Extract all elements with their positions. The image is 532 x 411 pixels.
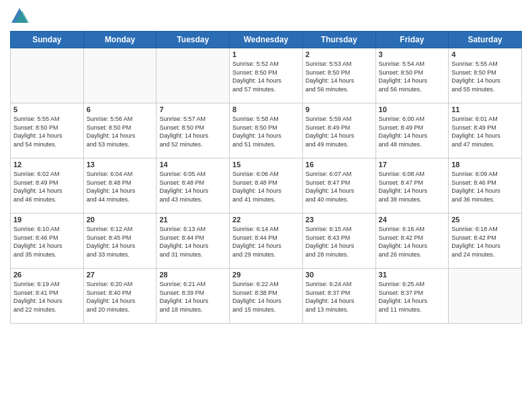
day-info: Sunrise: 6:21 AMSunset: 8:39 PMDaylight:… [159, 280, 226, 314]
day-number: 24 [379, 216, 446, 224]
day-info: Sunrise: 5:55 AMSunset: 8:50 PMDaylight:… [451, 60, 519, 93]
day-info: Sunrise: 6:04 AMSunset: 8:48 PMDaylight:… [87, 170, 154, 203]
week-row: 26Sunrise: 6:19 AMSunset: 8:41 PMDayligh… [11, 269, 522, 324]
day-info: Sunrise: 6:13 AMSunset: 8:44 PMDaylight:… [159, 225, 226, 259]
calendar-cell: 20Sunrise: 6:12 AMSunset: 8:45 PMDayligh… [83, 214, 157, 269]
calendar-cell: 26Sunrise: 6:19 AMSunset: 8:41 PMDayligh… [11, 269, 84, 324]
day-number: 6 [87, 105, 154, 113]
day-number: 23 [306, 216, 373, 224]
logo-icon [10, 7, 29, 26]
day-number: 10 [379, 105, 446, 113]
day-number: 17 [379, 161, 446, 169]
day-number: 30 [306, 271, 373, 279]
day-info: Sunrise: 6:24 AMSunset: 8:37 PMDaylight:… [306, 280, 373, 314]
day-info: Sunrise: 5:52 AMSunset: 8:50 PMDaylight:… [232, 60, 300, 93]
day-number: 11 [451, 105, 519, 113]
day-number: 13 [87, 161, 154, 169]
calendar-cell: 15Sunrise: 6:06 AMSunset: 8:48 PMDayligh… [230, 158, 303, 214]
day-info: Sunrise: 5:56 AMSunset: 8:50 PMDaylight:… [87, 115, 154, 148]
day-info: Sunrise: 6:14 AMSunset: 8:44 PMDaylight:… [232, 225, 300, 259]
calendar-cell: 16Sunrise: 6:07 AMSunset: 8:47 PMDayligh… [302, 158, 375, 214]
calendar-cell [11, 48, 84, 103]
calendar-cell [449, 269, 522, 324]
day-number: 3 [379, 50, 446, 58]
day-info: Sunrise: 6:07 AMSunset: 8:47 PMDaylight:… [306, 170, 373, 203]
day-info: Sunrise: 6:19 AMSunset: 8:41 PMDaylight:… [13, 280, 81, 314]
day-info: Sunrise: 6:00 AMSunset: 8:49 PMDaylight:… [379, 115, 446, 148]
day-info: Sunrise: 6:02 AMSunset: 8:49 PMDaylight:… [13, 170, 81, 203]
day-number: 18 [451, 161, 519, 169]
day-info: Sunrise: 6:18 AMSunset: 8:42 PMDaylight:… [451, 225, 519, 259]
day-info: Sunrise: 5:57 AMSunset: 8:50 PMDaylight:… [159, 115, 226, 148]
calendar-cell: 18Sunrise: 6:09 AMSunset: 8:46 PMDayligh… [449, 158, 522, 214]
day-number: 14 [159, 161, 226, 169]
calendar-cell: 28Sunrise: 6:21 AMSunset: 8:39 PMDayligh… [157, 269, 230, 324]
day-number: 15 [232, 161, 300, 169]
weekday-header: Wednesday [230, 32, 303, 48]
week-row: 5Sunrise: 5:55 AMSunset: 8:50 PMDaylight… [11, 103, 522, 158]
day-info: Sunrise: 6:08 AMSunset: 8:47 PMDaylight:… [379, 170, 446, 203]
calendar-cell [83, 48, 157, 103]
weekday-header: Saturday [449, 32, 522, 48]
day-number: 1 [232, 50, 300, 58]
calendar-cell: 5Sunrise: 5:55 AMSunset: 8:50 PMDaylight… [11, 103, 84, 158]
header [10, 7, 522, 26]
day-info: Sunrise: 5:54 AMSunset: 8:50 PMDaylight:… [379, 60, 446, 93]
day-info: Sunrise: 6:01 AMSunset: 8:49 PMDaylight:… [451, 115, 519, 148]
day-number: 20 [87, 216, 154, 224]
day-info: Sunrise: 6:25 AMSunset: 8:37 PMDaylight:… [379, 280, 446, 314]
day-info: Sunrise: 6:16 AMSunset: 8:42 PMDaylight:… [379, 225, 446, 259]
week-row: 1Sunrise: 5:52 AMSunset: 8:50 PMDaylight… [11, 48, 522, 103]
calendar-cell: 7Sunrise: 5:57 AMSunset: 8:50 PMDaylight… [157, 103, 230, 158]
day-info: Sunrise: 6:09 AMSunset: 8:46 PMDaylight:… [451, 170, 519, 203]
weekday-header: Thursday [302, 32, 375, 48]
week-row: 19Sunrise: 6:10 AMSunset: 8:46 PMDayligh… [11, 214, 522, 269]
calendar: SundayMondayTuesdayWednesdayThursdayFrid… [10, 31, 522, 324]
calendar-cell: 9Sunrise: 5:59 AMSunset: 8:49 PMDaylight… [302, 103, 375, 158]
day-info: Sunrise: 6:22 AMSunset: 8:38 PMDaylight:… [232, 280, 300, 314]
day-number: 16 [306, 161, 373, 169]
day-number: 19 [13, 216, 81, 224]
day-number: 2 [306, 50, 373, 58]
page: SundayMondayTuesdayWednesdayThursdayFrid… [0, 0, 532, 411]
day-info: Sunrise: 6:05 AMSunset: 8:48 PMDaylight:… [159, 170, 226, 203]
calendar-cell: 14Sunrise: 6:05 AMSunset: 8:48 PMDayligh… [157, 158, 230, 214]
day-info: Sunrise: 6:06 AMSunset: 8:48 PMDaylight:… [232, 170, 300, 203]
day-number: 27 [87, 271, 154, 279]
calendar-cell: 17Sunrise: 6:08 AMSunset: 8:47 PMDayligh… [375, 158, 449, 214]
calendar-cell: 11Sunrise: 6:01 AMSunset: 8:49 PMDayligh… [449, 103, 522, 158]
calendar-cell: 4Sunrise: 5:55 AMSunset: 8:50 PMDaylight… [449, 48, 522, 103]
day-number: 22 [232, 216, 300, 224]
day-info: Sunrise: 6:15 AMSunset: 8:43 PMDaylight:… [306, 225, 373, 259]
calendar-cell: 13Sunrise: 6:04 AMSunset: 8:48 PMDayligh… [83, 158, 157, 214]
day-info: Sunrise: 6:20 AMSunset: 8:40 PMDaylight:… [87, 280, 154, 314]
day-info: Sunrise: 6:12 AMSunset: 8:45 PMDaylight:… [87, 225, 154, 259]
day-number: 12 [13, 161, 81, 169]
calendar-cell: 27Sunrise: 6:20 AMSunset: 8:40 PMDayligh… [83, 269, 157, 324]
weekday-header: Monday [83, 32, 157, 48]
calendar-cell: 8Sunrise: 5:58 AMSunset: 8:50 PMDaylight… [230, 103, 303, 158]
weekday-header: Sunday [11, 32, 84, 48]
day-number: 7 [159, 105, 226, 113]
week-row: 12Sunrise: 6:02 AMSunset: 8:49 PMDayligh… [11, 158, 522, 214]
day-number: 9 [306, 105, 373, 113]
calendar-cell: 29Sunrise: 6:22 AMSunset: 8:38 PMDayligh… [230, 269, 303, 324]
calendar-cell: 22Sunrise: 6:14 AMSunset: 8:44 PMDayligh… [230, 214, 303, 269]
day-info: Sunrise: 6:10 AMSunset: 8:46 PMDaylight:… [13, 225, 81, 259]
day-number: 21 [159, 216, 226, 224]
calendar-cell: 30Sunrise: 6:24 AMSunset: 8:37 PMDayligh… [302, 269, 375, 324]
day-number: 5 [13, 105, 81, 113]
calendar-cell: 3Sunrise: 5:54 AMSunset: 8:50 PMDaylight… [375, 48, 449, 103]
calendar-cell: 21Sunrise: 6:13 AMSunset: 8:44 PMDayligh… [157, 214, 230, 269]
day-number: 8 [232, 105, 300, 113]
day-number: 26 [13, 271, 81, 279]
calendar-cell: 12Sunrise: 6:02 AMSunset: 8:49 PMDayligh… [11, 158, 84, 214]
calendar-cell: 19Sunrise: 6:10 AMSunset: 8:46 PMDayligh… [11, 214, 84, 269]
day-number: 4 [451, 50, 519, 58]
weekday-header-row: SundayMondayTuesdayWednesdayThursdayFrid… [11, 32, 522, 48]
logo [10, 7, 30, 26]
weekday-header: Tuesday [157, 32, 230, 48]
calendar-cell: 25Sunrise: 6:18 AMSunset: 8:42 PMDayligh… [449, 214, 522, 269]
calendar-cell: 1Sunrise: 5:52 AMSunset: 8:50 PMDaylight… [230, 48, 303, 103]
day-info: Sunrise: 5:58 AMSunset: 8:50 PMDaylight:… [232, 115, 300, 148]
